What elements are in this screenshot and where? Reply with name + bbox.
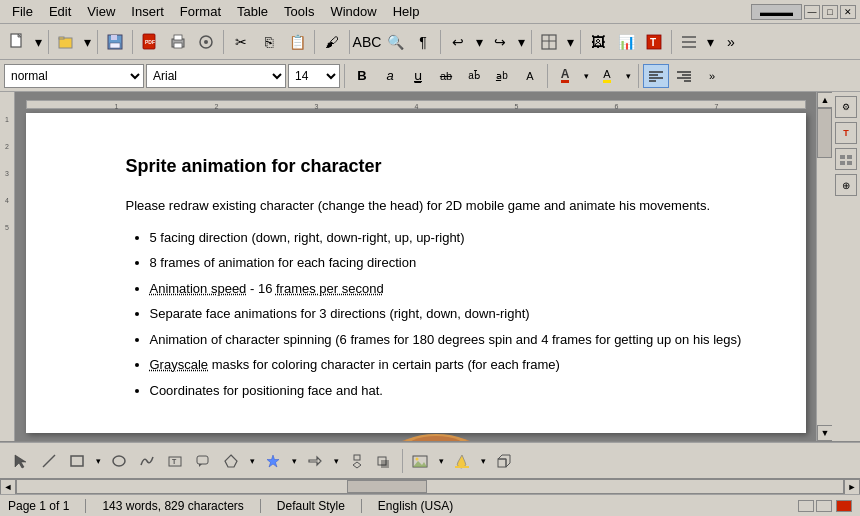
fontwork-button[interactable]: T bbox=[641, 29, 667, 55]
doc-scroll-area[interactable]: 1 2 3 4 5 6 7 Sprite animation for chara… bbox=[15, 92, 816, 441]
svg-marker-59 bbox=[498, 455, 510, 467]
scroll-thumb[interactable] bbox=[817, 108, 832, 158]
superscript-button[interactable]: ab̄ bbox=[461, 64, 487, 88]
insert-image-dropdown[interactable]: ▾ bbox=[435, 448, 447, 474]
text-tool[interactable]: T bbox=[162, 448, 188, 474]
font-color-dropdown[interactable]: ▾ bbox=[580, 64, 592, 88]
chart-button[interactable]: 📊 bbox=[613, 29, 639, 55]
scroll-up-button[interactable]: ▲ bbox=[817, 92, 832, 108]
scroll-right-button[interactable]: ► bbox=[844, 479, 860, 495]
scroll-left-button[interactable]: ◄ bbox=[0, 479, 16, 495]
underline-button[interactable]: u̲ bbox=[405, 64, 431, 88]
print-preview-button[interactable] bbox=[193, 29, 219, 55]
star-dropdown[interactable]: ▾ bbox=[288, 448, 300, 474]
scroll-down-button[interactable]: ▼ bbox=[817, 425, 832, 441]
font-select[interactable]: Arial Times New Roman Courier New bbox=[146, 64, 286, 88]
paste-button[interactable]: 📋 bbox=[284, 29, 310, 55]
minimize-button[interactable]: — bbox=[804, 5, 820, 19]
font-size-select[interactable]: 14 810121618 bbox=[288, 64, 340, 88]
more-toolbar[interactable]: » bbox=[718, 29, 744, 55]
export-pdf-button[interactable]: PDF bbox=[137, 29, 163, 55]
menu-help[interactable]: Help bbox=[385, 0, 428, 23]
redo-button[interactable]: ↪ bbox=[487, 29, 513, 55]
select-tool[interactable] bbox=[8, 448, 34, 474]
nonprinting-button[interactable]: ¶ bbox=[410, 29, 436, 55]
italic-button[interactable]: a bbox=[377, 64, 403, 88]
menu-edit[interactable]: Edit bbox=[41, 0, 79, 23]
table-button[interactable] bbox=[536, 29, 562, 55]
spellcheck-button[interactable]: ABC bbox=[354, 29, 380, 55]
fill-dropdown[interactable]: ▾ bbox=[477, 448, 489, 474]
h-scroll-track[interactable] bbox=[16, 479, 844, 494]
save-button[interactable] bbox=[102, 29, 128, 55]
menu-insert[interactable]: Insert bbox=[123, 0, 172, 23]
view-mode-2[interactable] bbox=[816, 500, 832, 512]
page-info: Page 1 of 1 bbox=[8, 499, 69, 513]
extrusion-button[interactable] bbox=[491, 448, 517, 474]
rectangle-dropdown[interactable]: ▾ bbox=[92, 448, 104, 474]
rectangle-tool[interactable] bbox=[64, 448, 90, 474]
redo-dropdown[interactable]: ▾ bbox=[515, 29, 527, 55]
strikethrough-button[interactable]: ab bbox=[433, 64, 459, 88]
ellipse-tool[interactable] bbox=[106, 448, 132, 474]
error-indicator[interactable] bbox=[836, 500, 852, 512]
scrollbar-body[interactable] bbox=[817, 108, 832, 425]
align-left-button[interactable] bbox=[643, 64, 669, 88]
open-dropdown[interactable]: ▾ bbox=[81, 29, 93, 55]
polygon-dropdown[interactable]: ▾ bbox=[246, 448, 258, 474]
image-button[interactable]: 🖼 bbox=[585, 29, 611, 55]
remove-format-button[interactable]: A bbox=[517, 64, 543, 88]
flowchart-tool[interactable] bbox=[344, 448, 370, 474]
font-color-button[interactable]: A bbox=[552, 64, 578, 88]
shadow-button[interactable] bbox=[372, 448, 398, 474]
new-dropdown[interactable]: ▾ bbox=[32, 29, 44, 55]
align-right-button[interactable] bbox=[671, 64, 697, 88]
styles-button[interactable]: T bbox=[835, 122, 857, 144]
undo-button[interactable]: ↩ bbox=[445, 29, 471, 55]
navigator-side-button[interactable]: ⊕ bbox=[835, 174, 857, 196]
arrows-dropdown[interactable]: ▾ bbox=[330, 448, 342, 474]
fill-color-button[interactable] bbox=[449, 448, 475, 474]
star-tool[interactable] bbox=[260, 448, 286, 474]
close-button[interactable]: ✕ bbox=[840, 5, 856, 19]
undo-dropdown[interactable]: ▾ bbox=[473, 29, 485, 55]
menu-window[interactable]: Window bbox=[322, 0, 384, 23]
highlight-button[interactable]: A bbox=[594, 64, 620, 88]
horizontal-scrollbar[interactable]: ◄ ► bbox=[0, 478, 860, 494]
clone-formatting-button[interactable]: 🖌 bbox=[319, 29, 345, 55]
menu-file[interactable]: File bbox=[4, 0, 41, 23]
gallery-button[interactable] bbox=[835, 148, 857, 170]
menu-format[interactable]: Format bbox=[172, 0, 229, 23]
properties-button[interactable]: ⚙ bbox=[835, 96, 857, 118]
callout-tool[interactable] bbox=[190, 448, 216, 474]
more-format[interactable]: » bbox=[699, 64, 725, 88]
menu-table[interactable]: Table bbox=[229, 0, 276, 23]
grayscale-text: Grayscale bbox=[150, 357, 209, 372]
view-mode-1[interactable] bbox=[798, 500, 814, 512]
line-tool[interactable] bbox=[36, 448, 62, 474]
table-dropdown[interactable]: ▾ bbox=[564, 29, 576, 55]
open-button[interactable] bbox=[53, 29, 79, 55]
arrows-tool[interactable] bbox=[302, 448, 328, 474]
svg-marker-47 bbox=[225, 455, 237, 467]
menu-view[interactable]: View bbox=[79, 0, 123, 23]
insert-image-button[interactable] bbox=[407, 448, 433, 474]
sep9 bbox=[580, 30, 581, 54]
h-scroll-thumb[interactable] bbox=[347, 480, 427, 493]
copy-button[interactable]: ⎘ bbox=[256, 29, 282, 55]
cut-button[interactable]: ✂ bbox=[228, 29, 254, 55]
new-button[interactable] bbox=[4, 29, 30, 55]
highlight-dropdown[interactable]: ▾ bbox=[622, 64, 634, 88]
subscript-button[interactable]: a̲b bbox=[489, 64, 515, 88]
navigator-dropdown[interactable]: ▾ bbox=[704, 29, 716, 55]
bold-button[interactable]: B bbox=[349, 64, 375, 88]
navigator-button[interactable] bbox=[676, 29, 702, 55]
polygon-tool[interactable] bbox=[218, 448, 244, 474]
maximize-button[interactable]: □ bbox=[822, 5, 838, 19]
find-button[interactable]: 🔍 bbox=[382, 29, 408, 55]
freehand-tool[interactable] bbox=[134, 448, 160, 474]
style-select[interactable]: normal Heading 1 Heading 2 Default Style bbox=[4, 64, 144, 88]
svg-rect-10 bbox=[174, 35, 182, 40]
menu-tools[interactable]: Tools bbox=[276, 0, 322, 23]
print-button[interactable] bbox=[165, 29, 191, 55]
